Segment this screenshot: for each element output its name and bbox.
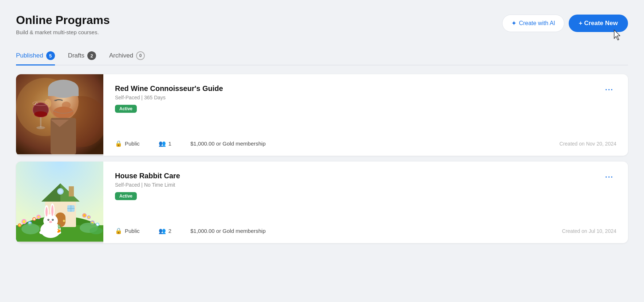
svg-point-55 xyxy=(49,221,52,223)
svg-point-63 xyxy=(96,223,99,226)
lock-icon-rabbit: 🔒 xyxy=(115,227,122,234)
page-header: Online Programs Build & market multi-ste… xyxy=(16,13,628,35)
program-more-button-rabbit[interactable]: ··· xyxy=(602,172,616,182)
svg-point-15 xyxy=(36,126,45,129)
enrolled-count-wine: 1 xyxy=(168,140,171,147)
footer-price-wine: $1,000.00 or Gold membership xyxy=(190,140,266,147)
svg-point-42 xyxy=(83,214,86,216)
price-label-wine: $1,000.00 or Gold membership xyxy=(190,140,266,147)
tab-drafts-label: Drafts xyxy=(68,52,84,59)
tab-published-badge: 5 xyxy=(46,51,55,60)
create-new-button[interactable]: + Create New xyxy=(569,15,628,32)
program-card-wine: Red Wine Connoisseur's Guide Self-Paced … xyxy=(16,74,628,156)
users-icon-rabbit: 👥 xyxy=(159,227,166,234)
enrolled-count-rabbit: 2 xyxy=(168,228,171,234)
footer-created-wine: Created on Nov 20, 2024 xyxy=(560,141,616,147)
visibility-label-wine: Public xyxy=(125,140,140,147)
create-with-ai-button[interactable]: ✦ Create with AI xyxy=(502,15,564,32)
program-status-badge-rabbit: Active xyxy=(115,192,137,200)
footer-created-rabbit: Created on Jul 10, 2024 xyxy=(562,228,616,234)
footer-enrolled-wine: 👥 1 xyxy=(159,140,171,147)
program-status-badge-wine: Active xyxy=(115,105,137,113)
svg-point-53 xyxy=(48,219,49,220)
program-top-rabbit: House Rabbit Care Self-Paced | No Time L… xyxy=(115,172,616,200)
program-info-rabbit: House Rabbit Care Self-Paced | No Time L… xyxy=(115,172,180,200)
svg-rect-29 xyxy=(69,186,74,196)
program-info-wine: Red Wine Connoisseur's Guide Self-Paced … xyxy=(115,84,223,113)
svg-point-40 xyxy=(33,218,35,220)
footer-price-rabbit: $1,000.00 or Gold membership xyxy=(190,228,266,234)
tab-drafts[interactable]: Drafts 2 xyxy=(68,47,96,65)
svg-point-50 xyxy=(51,205,53,216)
program-name-wine: Red Wine Connoisseur's Guide xyxy=(115,84,223,93)
create-ai-label: Create with AI xyxy=(519,20,555,27)
program-more-button-wine[interactable]: ··· xyxy=(602,84,616,95)
svg-point-64 xyxy=(21,223,40,234)
svg-point-9 xyxy=(53,107,73,118)
program-footer-wine: 🔒 Public 👥 1 $1,000.00 or Gold membershi… xyxy=(115,140,616,147)
program-meta-rabbit: Self-Paced | No Time Limit xyxy=(115,182,180,188)
tab-archived[interactable]: Archived 0 xyxy=(109,47,145,65)
svg-point-56 xyxy=(39,231,46,234)
header-left: Online Programs Build & market multi-ste… xyxy=(16,13,110,35)
tab-published[interactable]: Published 5 xyxy=(16,47,55,65)
visibility-label-rabbit: Public xyxy=(125,228,140,234)
svg-rect-5 xyxy=(48,89,79,96)
header-actions: ✦ Create with AI + Create New xyxy=(502,15,628,32)
svg-point-21 xyxy=(23,220,25,223)
page-title: Online Programs xyxy=(16,13,110,27)
svg-point-44 xyxy=(88,216,90,218)
svg-rect-14 xyxy=(40,117,41,127)
lock-icon-wine: 🔒 xyxy=(115,140,122,147)
program-card-rabbit: House Rabbit Care Self-Paced | No Time L… xyxy=(16,162,628,243)
footer-visibility-rabbit: 🔒 Public xyxy=(115,227,140,234)
program-content-rabbit: House Rabbit Care Self-Paced | No Time L… xyxy=(103,162,628,243)
program-footer-rabbit: 🔒 Public 👥 2 $1,000.00 or Gold membershi… xyxy=(115,227,616,234)
users-icon-wine: 👥 xyxy=(159,140,166,147)
svg-point-38 xyxy=(37,216,40,218)
svg-point-66 xyxy=(90,227,103,234)
program-thumbnail-rabbit xyxy=(16,162,103,243)
program-name-rabbit: House Rabbit Care xyxy=(115,172,180,180)
footer-enrolled-rabbit: 👥 2 xyxy=(159,227,171,234)
tab-archived-label: Archived xyxy=(109,52,133,59)
program-meta-wine: Self-Paced | 365 Days xyxy=(115,95,223,100)
svg-point-25 xyxy=(19,224,21,226)
svg-point-8 xyxy=(54,100,57,101)
program-content-wine: Red Wine Connoisseur's Guide Self-Paced … xyxy=(103,74,628,156)
svg-point-48 xyxy=(45,207,48,216)
price-label-rabbit: $1,000.00 or Gold membership xyxy=(190,228,266,234)
svg-point-16 xyxy=(34,111,47,117)
svg-point-36 xyxy=(58,189,63,194)
tab-published-label: Published xyxy=(16,52,43,59)
program-thumbnail-wine xyxy=(16,74,103,156)
program-list: Red Wine Connoisseur's Guide Self-Paced … xyxy=(16,74,628,243)
page-subtitle: Build & market multi-step courses. xyxy=(16,29,110,35)
ai-star-icon: ✦ xyxy=(511,19,517,27)
footer-visibility-wine: 🔒 Public xyxy=(115,140,140,147)
tab-drafts-badge: 2 xyxy=(87,51,96,60)
svg-point-54 xyxy=(52,219,53,220)
program-top-wine: Red Wine Connoisseur's Guide Self-Paced … xyxy=(115,84,616,113)
tabs-bar: Published 5 Drafts 2 Archived 0 xyxy=(16,47,628,65)
create-new-label: + Create New xyxy=(579,20,618,27)
tab-archived-badge: 0 xyxy=(136,51,145,60)
svg-point-31 xyxy=(63,220,65,222)
